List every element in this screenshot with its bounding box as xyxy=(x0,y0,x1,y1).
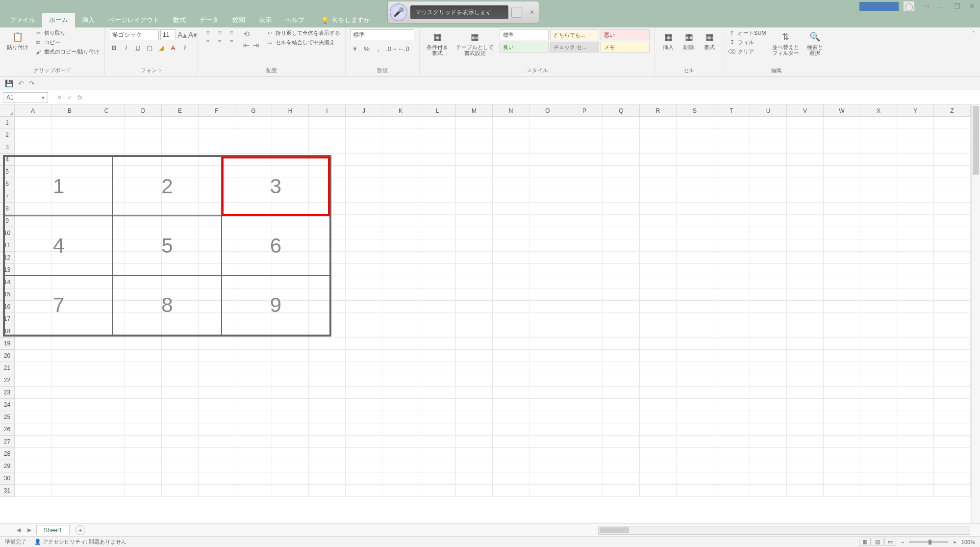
cell[interactable] xyxy=(15,423,51,436)
column-header[interactable]: S xyxy=(677,105,713,116)
row-header[interactable]: 17 xyxy=(0,313,15,325)
cell[interactable] xyxy=(713,166,750,178)
cell[interactable] xyxy=(934,129,971,141)
cell[interactable] xyxy=(493,313,529,325)
cell[interactable] xyxy=(235,362,272,374)
zoom-out-button[interactable]: − xyxy=(901,539,904,545)
cell[interactable] xyxy=(603,338,640,350)
cell[interactable] xyxy=(199,460,235,472)
cell[interactable] xyxy=(750,154,787,166)
cell[interactable] xyxy=(860,436,897,448)
cell[interactable] xyxy=(640,117,677,129)
cell[interactable] xyxy=(382,276,419,288)
cell[interactable] xyxy=(897,166,934,178)
cell[interactable] xyxy=(713,252,750,264)
cell[interactable] xyxy=(787,387,824,399)
cell[interactable] xyxy=(272,117,309,129)
cell[interactable] xyxy=(235,141,272,154)
column-header[interactable]: G xyxy=(235,105,272,116)
cell[interactable] xyxy=(934,325,971,338)
cell[interactable] xyxy=(934,154,971,166)
cell[interactable] xyxy=(934,264,971,276)
format-painter-button[interactable]: 🖌書式のコピー/貼り付け xyxy=(34,48,100,55)
cell[interactable] xyxy=(860,325,897,338)
cell[interactable] xyxy=(677,325,713,338)
column-header[interactable]: I xyxy=(309,105,346,116)
cut-button[interactable]: ✂切り取り xyxy=(34,29,100,37)
cell[interactable] xyxy=(566,313,603,325)
cell[interactable] xyxy=(860,141,897,154)
row-header[interactable]: 9 xyxy=(0,215,15,227)
row-header[interactable]: 28 xyxy=(0,448,15,460)
cell[interactable] xyxy=(934,387,971,399)
cell[interactable] xyxy=(15,203,51,215)
cell[interactable] xyxy=(529,203,566,215)
cell[interactable] xyxy=(750,288,787,301)
cell[interactable] xyxy=(640,129,677,141)
cell[interactable] xyxy=(713,178,750,190)
cell[interactable] xyxy=(860,215,897,227)
tab-view[interactable]: 表示 xyxy=(252,13,278,27)
cell[interactable] xyxy=(934,313,971,325)
cell[interactable] xyxy=(750,387,787,399)
cell[interactable] xyxy=(603,423,640,436)
cell[interactable] xyxy=(235,325,272,338)
cell[interactable] xyxy=(603,264,640,276)
cell[interactable] xyxy=(199,423,235,436)
cell[interactable] xyxy=(125,215,162,227)
cell[interactable] xyxy=(309,178,346,190)
zoom-in-button[interactable]: + xyxy=(953,539,956,545)
cell[interactable] xyxy=(640,350,677,362)
cell[interactable] xyxy=(346,338,382,350)
cell[interactable] xyxy=(309,436,346,448)
cell[interactable] xyxy=(15,350,51,362)
cell[interactable] xyxy=(419,362,456,374)
column-header[interactable]: O xyxy=(529,105,566,116)
cell[interactable] xyxy=(125,301,162,313)
cell[interactable] xyxy=(493,239,529,252)
align-right-icon[interactable]: ≡ xyxy=(226,38,236,45)
cell[interactable] xyxy=(456,436,493,448)
cell[interactable] xyxy=(456,325,493,338)
tell-me-search[interactable]: 💡 何をしますか xyxy=(321,13,370,27)
orientation-button[interactable]: ⟲ xyxy=(243,29,259,39)
cell[interactable] xyxy=(88,472,125,485)
cell[interactable] xyxy=(162,264,199,276)
cell[interactable] xyxy=(529,350,566,362)
cell[interactable] xyxy=(750,362,787,374)
cell[interactable] xyxy=(272,448,309,460)
cell[interactable] xyxy=(162,178,199,190)
cell[interactable] xyxy=(897,350,934,362)
conditional-formatting-button[interactable]: ▦ 条件付き 書式 xyxy=(425,29,450,57)
cell[interactable] xyxy=(566,325,603,338)
cell[interactable] xyxy=(934,338,971,350)
cell[interactable] xyxy=(824,154,860,166)
cell[interactable] xyxy=(566,399,603,411)
cell[interactable] xyxy=(382,374,419,387)
cell[interactable] xyxy=(713,117,750,129)
cell[interactable] xyxy=(934,472,971,485)
cell[interactable] xyxy=(419,485,456,497)
cell[interactable] xyxy=(419,301,456,313)
cell[interactable] xyxy=(677,239,713,252)
cell[interactable] xyxy=(272,338,309,350)
cell[interactable] xyxy=(15,436,51,448)
cell[interactable] xyxy=(456,399,493,411)
cell[interactable] xyxy=(897,203,934,215)
cell[interactable] xyxy=(162,129,199,141)
cell[interactable] xyxy=(860,239,897,252)
cell[interactable] xyxy=(456,190,493,203)
cell[interactable] xyxy=(419,227,456,239)
cell[interactable] xyxy=(382,460,419,472)
cell[interactable] xyxy=(51,485,88,497)
column-header[interactable]: L xyxy=(419,105,456,116)
cell[interactable] xyxy=(566,411,603,423)
cell[interactable] xyxy=(125,399,162,411)
cell[interactable] xyxy=(456,472,493,485)
cell[interactable] xyxy=(529,399,566,411)
cell[interactable] xyxy=(640,264,677,276)
name-box-dropdown-icon[interactable]: ▾ xyxy=(42,94,45,101)
cell[interactable] xyxy=(677,448,713,460)
cell[interactable] xyxy=(493,485,529,497)
cell[interactable] xyxy=(493,154,529,166)
